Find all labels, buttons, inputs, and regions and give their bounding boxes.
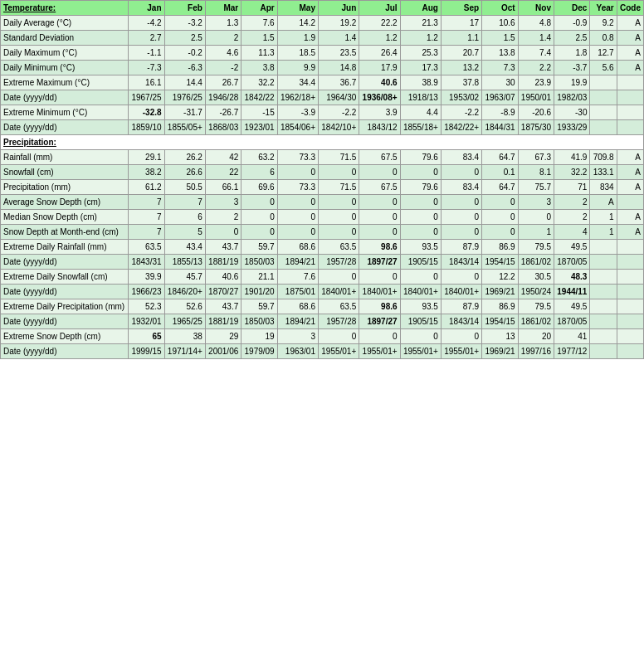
cell-value: 1932/01 xyxy=(129,314,164,329)
row-label: Snowfall (cm) xyxy=(1,165,129,180)
cell-value: 0 xyxy=(518,210,554,225)
cell-value: 86.9 xyxy=(482,240,518,255)
cell-value: 0 xyxy=(441,329,481,344)
cell-value: 1897/27 xyxy=(359,314,400,329)
row-label: Extreme Maximum (°C) xyxy=(1,75,129,90)
cell-value: 0 xyxy=(441,195,481,210)
cell-value: 9.2 xyxy=(590,16,617,31)
cell-value: 1954/15 xyxy=(482,314,518,329)
cell-value: 1.2 xyxy=(359,31,400,46)
col-header-jan: Jan xyxy=(129,1,164,16)
cell-value: 67.5 xyxy=(359,150,400,165)
cell-value: -2 xyxy=(205,61,241,75)
table-row: Daily Minimum (°C)-7.3-6.3-23.89.914.817… xyxy=(1,61,644,75)
cell-value: 1870/05 xyxy=(554,255,590,270)
cell-value: 1.3 xyxy=(205,16,241,31)
cell-value: 67.5 xyxy=(359,180,400,195)
row-label: Date (yyyy/dd) xyxy=(1,90,129,105)
cell-value: 0 xyxy=(400,195,441,210)
cell-value: 50.5 xyxy=(164,180,205,195)
cell-value: 40.6 xyxy=(359,75,400,90)
cell-value: 1846/20+ xyxy=(164,285,205,299)
cell-value: 64.7 xyxy=(482,180,518,195)
cell-value: 21.3 xyxy=(400,16,441,31)
cell-value: 1842/22+ xyxy=(441,120,481,135)
cell-value: 1965/25 xyxy=(164,314,205,329)
cell-value: 17 xyxy=(441,16,481,31)
cell-value: 13 xyxy=(482,329,518,344)
cell-value: -2.2 xyxy=(441,105,481,120)
cell-value: A xyxy=(617,16,643,31)
cell-value: 1.4 xyxy=(518,31,554,46)
row-label: Extreme Daily Snowfall (cm) xyxy=(1,270,129,285)
cell-value: 6 xyxy=(242,165,277,180)
cell-value xyxy=(617,270,643,285)
cell-value: 0 xyxy=(242,210,277,225)
cell-value: 6 xyxy=(164,210,205,225)
cell-value: 1870/27 xyxy=(205,285,241,299)
cell-value xyxy=(590,255,617,270)
cell-value: 4.8 xyxy=(518,16,554,31)
cell-value: 98.6 xyxy=(359,240,400,255)
cell-value: 1950/24 xyxy=(518,285,554,299)
cell-value: 2 xyxy=(554,210,590,225)
cell-value: 13.2 xyxy=(441,61,481,75)
cell-value: 1855/05+ xyxy=(164,120,205,135)
cell-value: 26.4 xyxy=(359,46,400,61)
cell-value: 7.3 xyxy=(482,61,518,75)
cell-value: 7.4 xyxy=(518,46,554,61)
table-row: Extreme Snow Depth (cm)65382919300001320… xyxy=(1,329,644,344)
cell-value: 34.4 xyxy=(277,75,318,90)
col-header-sep: Sep xyxy=(441,1,481,16)
cell-value: 98.6 xyxy=(359,299,400,314)
cell-value: 63.2 xyxy=(242,150,277,165)
cell-value: 1918/13 xyxy=(400,90,441,105)
cell-value: -4.2 xyxy=(129,16,164,31)
cell-value: 79.5 xyxy=(518,240,554,255)
climate-data-table: Temperature:JanFebMarAprMayJunJulAugSepO… xyxy=(0,0,644,359)
cell-value: 1.9 xyxy=(277,31,318,46)
cell-value: 36.7 xyxy=(318,75,359,90)
cell-value: 1969/21 xyxy=(482,344,518,359)
cell-value xyxy=(617,344,643,359)
col-header-jun: Jun xyxy=(318,1,359,16)
cell-value xyxy=(590,285,617,299)
cell-value: 1881/19 xyxy=(205,314,241,329)
cell-value: -7.3 xyxy=(129,61,164,75)
cell-value: -3.7 xyxy=(554,61,590,75)
cell-value: 0 xyxy=(359,165,400,180)
cell-value: 1 xyxy=(518,225,554,240)
cell-value: 0 xyxy=(400,329,441,344)
cell-value: 1905/15 xyxy=(400,314,441,329)
col-header-may: May xyxy=(277,1,318,16)
cell-value: 0 xyxy=(441,270,481,285)
cell-value: 14.8 xyxy=(318,61,359,75)
cell-value: 1933/29 xyxy=(554,120,590,135)
cell-value: 1843/31 xyxy=(129,255,164,270)
row-label: Standard Deviation xyxy=(1,31,129,46)
cell-value xyxy=(617,255,643,270)
cell-value xyxy=(590,120,617,135)
cell-value xyxy=(590,314,617,329)
cell-value: 39.9 xyxy=(129,270,164,285)
cell-value: 0 xyxy=(400,210,441,225)
cell-value: 7 xyxy=(129,210,164,225)
col-header-apr: Apr xyxy=(242,1,277,16)
cell-value: 0 xyxy=(441,225,481,240)
section-header: Precipitation: xyxy=(1,135,644,150)
cell-value: 17.9 xyxy=(359,61,400,75)
cell-value xyxy=(590,90,617,105)
cell-value: 16.1 xyxy=(129,75,164,90)
table-row: Rainfall (mm)29.126.24263.273.371.567.57… xyxy=(1,150,644,165)
col-header-aug: Aug xyxy=(400,1,441,16)
col-header-feb: Feb xyxy=(164,1,205,16)
table-row: Snowfall (cm)38.226.6226000000.18.132.21… xyxy=(1,165,644,180)
cell-value: 48.3 xyxy=(554,270,590,285)
cell-value: 7 xyxy=(129,225,164,240)
cell-value: 79.6 xyxy=(400,180,441,195)
cell-value: 30 xyxy=(482,75,518,90)
cell-value: 5 xyxy=(164,225,205,240)
cell-value: 4.6 xyxy=(205,46,241,61)
cell-value: 0 xyxy=(441,210,481,225)
table-row: Extreme Maximum (°C)16.114.426.732.234.4… xyxy=(1,75,644,90)
